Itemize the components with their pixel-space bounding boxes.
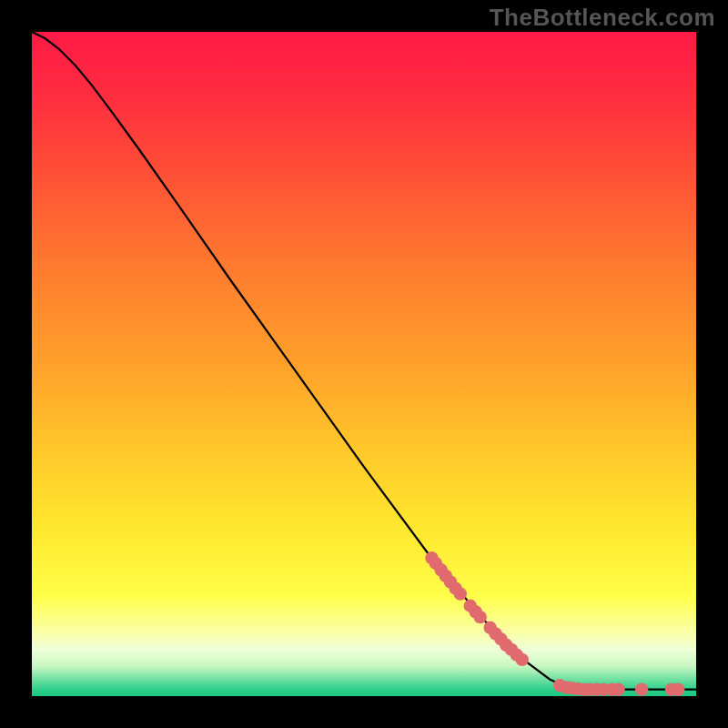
data-marker (672, 683, 684, 696)
plot-area (32, 32, 696, 696)
data-marker (474, 611, 487, 623)
watermark-text: TheBottleneck.com (490, 4, 715, 32)
chart-stage: TheBottleneck.com (0, 0, 728, 728)
data-marker (635, 683, 648, 696)
gradient-background (32, 32, 696, 696)
data-marker (612, 683, 624, 696)
data-marker (454, 587, 467, 600)
chart-svg (32, 32, 696, 696)
data-marker (516, 653, 529, 666)
